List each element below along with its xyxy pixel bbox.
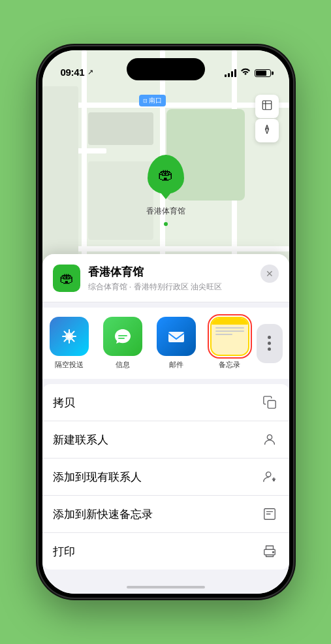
airdrop-icon bbox=[50, 317, 89, 356]
messages-icon bbox=[103, 317, 142, 356]
svg-point-6 bbox=[266, 472, 270, 477]
add-existing-icon bbox=[260, 468, 279, 486]
new-contact-label: 新建联系人 bbox=[53, 432, 108, 447]
building bbox=[88, 112, 153, 145]
marker-label: 香港体育馆 bbox=[146, 206, 185, 217]
action-copy[interactable]: 拷贝 bbox=[42, 384, 289, 421]
action-list: 拷贝 新建联系人 bbox=[42, 384, 289, 570]
svg-rect-3 bbox=[168, 332, 184, 342]
venue-emoji-icon: 🏟 bbox=[59, 270, 74, 287]
battery-fill bbox=[256, 71, 267, 76]
more-apps[interactable] bbox=[257, 317, 283, 370]
svg-rect-4 bbox=[268, 400, 276, 408]
map-controls bbox=[255, 95, 279, 142]
venue-icon: 🏟 bbox=[53, 265, 80, 292]
signal-bar-3 bbox=[231, 71, 233, 77]
location-button[interactable] bbox=[255, 119, 279, 142]
map-type-icon bbox=[261, 99, 273, 114]
svg-point-5 bbox=[267, 435, 272, 440]
add-existing-label: 添加到现有联系人 bbox=[53, 470, 142, 485]
more-dot-3 bbox=[268, 347, 271, 351]
signal-bar-1 bbox=[225, 74, 227, 77]
copy-label: 拷贝 bbox=[53, 395, 75, 410]
venue-name: 香港体育馆 bbox=[88, 265, 253, 280]
phone-frame: 09:41 ↗ bbox=[39, 46, 293, 598]
airdrop-label: 隔空投送 bbox=[55, 360, 84, 370]
add-notes-label: 添加到新快速备忘录 bbox=[53, 507, 153, 522]
location-icon: ↗ bbox=[87, 68, 93, 76]
home-indicator bbox=[127, 586, 205, 588]
action-add-existing[interactable]: 添加到现有联系人 bbox=[42, 459, 289, 496]
svg-point-10 bbox=[272, 551, 274, 553]
share-app-airdrop[interactable]: 隔空投送 bbox=[42, 317, 96, 370]
new-contact-icon bbox=[260, 430, 279, 449]
road bbox=[42, 246, 289, 251]
notes-icon bbox=[210, 317, 249, 356]
more-dot-2 bbox=[268, 342, 271, 345]
status-icons bbox=[225, 68, 271, 78]
share-apps-row: 隔空投送 信息 bbox=[42, 308, 289, 379]
notes-line-1 bbox=[215, 327, 244, 329]
messages-label: 信息 bbox=[116, 360, 130, 370]
svg-rect-0 bbox=[262, 101, 272, 110]
more-dot-1 bbox=[268, 336, 271, 339]
share-app-messages[interactable]: 信息 bbox=[96, 317, 150, 370]
notes-label: 备忘录 bbox=[219, 360, 240, 370]
compass-icon bbox=[262, 124, 272, 137]
venue-header: 🏟 香港体育馆 综合体育馆 · 香港特别行政区 油尖旺区 ✕ bbox=[42, 254, 289, 302]
dynamic-island bbox=[127, 58, 205, 80]
notes-line-2 bbox=[215, 330, 244, 332]
stadium-marker[interactable]: 🏟 香港体育馆 bbox=[146, 155, 185, 217]
more-apps-icon bbox=[257, 324, 283, 363]
print-label: 打印 bbox=[53, 544, 75, 559]
building bbox=[88, 161, 153, 240]
stadium-pin-icon: 🏟 bbox=[158, 165, 174, 184]
close-icon: ✕ bbox=[266, 268, 274, 279]
notes-line-3 bbox=[215, 334, 232, 335]
signal-bar-2 bbox=[228, 73, 230, 77]
map-entrance-label: 南口 bbox=[139, 95, 166, 106]
battery-icon bbox=[255, 69, 271, 77]
print-icon bbox=[260, 542, 279, 560]
mail-icon bbox=[157, 317, 196, 356]
map-type-button[interactable] bbox=[255, 95, 279, 118]
signal-bar-4 bbox=[234, 69, 236, 77]
copy-icon bbox=[260, 393, 279, 411]
venue-subtitle: 综合体育馆 · 香港特别行政区 油尖旺区 bbox=[88, 282, 253, 293]
action-add-notes[interactable]: 添加到新快速备忘录 bbox=[42, 496, 289, 533]
notes-content bbox=[212, 318, 248, 355]
marker-pin: 🏟 bbox=[148, 155, 184, 194]
mail-label: 邮件 bbox=[169, 360, 183, 370]
venue-info: 香港体育馆 综合体育馆 · 香港特别行政区 油尖旺区 bbox=[88, 265, 253, 293]
road bbox=[42, 103, 289, 108]
bottom-sheet: 🏟 香港体育馆 综合体育馆 · 香港特别行政区 油尖旺区 ✕ bbox=[42, 254, 289, 594]
signal-bars bbox=[225, 69, 236, 77]
wifi-icon bbox=[240, 68, 251, 78]
action-new-contact[interactable]: 新建联系人 bbox=[42, 421, 289, 459]
share-app-notes[interactable]: 备忘录 bbox=[203, 317, 257, 370]
action-print[interactable]: 打印 bbox=[42, 533, 289, 570]
close-button[interactable]: ✕ bbox=[260, 265, 279, 283]
phone-screen: 09:41 ↗ bbox=[42, 50, 289, 594]
status-time: 09:41 bbox=[61, 67, 85, 78]
notes-header-bar bbox=[212, 318, 248, 325]
add-notes-icon bbox=[260, 505, 279, 523]
marker-dot bbox=[164, 222, 168, 226]
svg-point-2 bbox=[67, 334, 71, 338]
share-app-mail[interactable]: 邮件 bbox=[150, 317, 203, 370]
